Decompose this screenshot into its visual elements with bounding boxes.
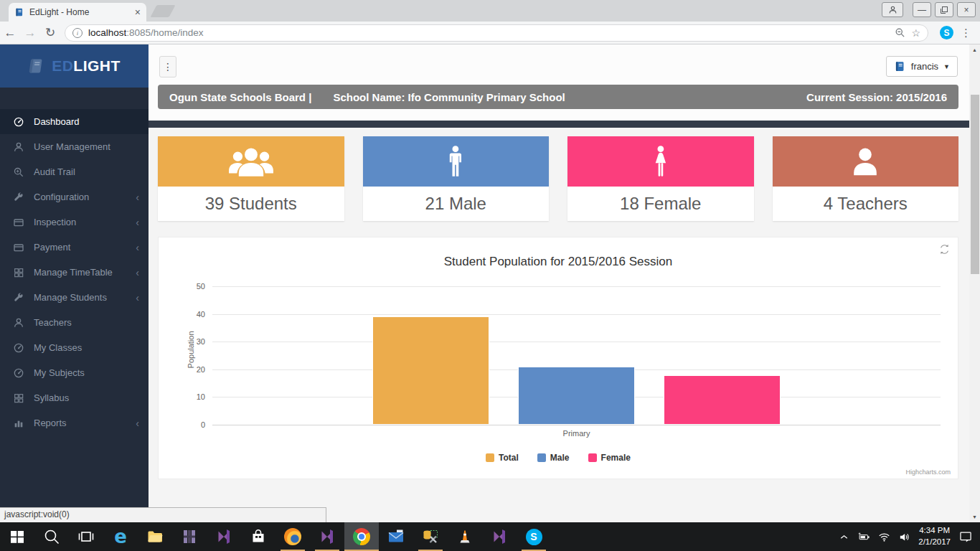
profile-icon[interactable] (882, 2, 903, 17)
male-card[interactable]: 21 Male (363, 136, 550, 221)
clock-time: 4:34 PM (918, 525, 951, 537)
taskbar-vlc-button[interactable] (448, 522, 482, 551)
taskbar-firefox-button[interactable] (275, 522, 310, 551)
address-bar[interactable]: i localhost:8085/home/index ☆ (65, 24, 928, 42)
tab-close-icon[interactable]: × (135, 7, 141, 17)
sidebar-item-dashboard[interactable]: Dashboard (0, 109, 149, 134)
taskbar-search-button[interactable] (34, 522, 69, 551)
taskbar-mail-button[interactable] (379, 522, 413, 551)
bar-male[interactable] (518, 367, 634, 425)
tray-volume-icon[interactable] (898, 531, 910, 543)
clock-date: 2/1/2017 (918, 537, 951, 548)
scrollbar-thumb[interactable] (971, 95, 979, 274)
page-info-icon[interactable]: i (72, 28, 83, 38)
sidebar-item-user-management[interactable]: User Management (0, 134, 149, 159)
tray-battery-icon[interactable] (858, 531, 870, 543)
bar-female[interactable] (664, 375, 780, 425)
tray-wifi-icon[interactable] (878, 531, 890, 543)
skype-extension-icon[interactable]: S (940, 26, 953, 39)
legend-item-male[interactable]: Male (537, 453, 570, 463)
sidebar-item-manage-timetable[interactable]: Manage TimeTable ‹ (0, 260, 149, 285)
reload-button[interactable]: ↻ (40, 25, 60, 40)
sidebar-toggle-button[interactable]: ⋮ (159, 56, 176, 77)
teachers-card[interactable]: 4 Teachers (773, 136, 959, 221)
sidebar-item-audit-trail[interactable]: Audit Trail (0, 159, 149, 184)
bookmark-star-icon[interactable]: ☆ (911, 27, 920, 39)
taskbar-chrome-button[interactable] (344, 522, 379, 551)
scroll-down-icon[interactable]: ▼ (969, 512, 980, 522)
maximize-button[interactable] (935, 2, 953, 17)
female-card[interactable]: 18 Female (567, 136, 754, 221)
gridline (212, 425, 941, 425)
chart-title: Student Population for 2015/2016 Session (159, 255, 958, 269)
taskbar-visual-studio-button[interactable] (482, 522, 517, 551)
taskbar-edge-button[interactable]: e (103, 522, 138, 551)
user-menu[interactable]: francis ▼ (886, 56, 958, 77)
chevron-left-icon: ‹ (136, 242, 139, 253)
taskbar-sql-tools-button[interactable] (413, 522, 448, 551)
bar-total[interactable] (372, 316, 489, 425)
user-icon (13, 317, 24, 329)
sidebar-item-label: Manage TimeTable (34, 267, 113, 278)
minimize-button[interactable]: — (913, 2, 931, 17)
logo-text: EDLIGHT (52, 57, 121, 75)
legend-item-female[interactable]: Female (588, 453, 631, 463)
browser-tab[interactable]: EdLight - Home × (9, 3, 146, 22)
sidebar-item-reports[interactable]: Reports ‹ (0, 410, 149, 435)
taskbar-visual-studio-button[interactable] (310, 522, 344, 551)
taskbar-task-view-button[interactable] (69, 522, 103, 551)
task-view-icon (77, 528, 95, 545)
sidebar-item-syllabus[interactable]: Syllabus (0, 385, 149, 410)
browser-menu-icon[interactable]: ⋮ (961, 27, 971, 39)
gauge-icon (13, 342, 24, 354)
female-card-top (567, 136, 754, 187)
favicon-book-icon (14, 7, 24, 17)
back-button[interactable]: ← (0, 26, 20, 40)
taskbar-file-explorer-button[interactable] (138, 522, 172, 551)
wrench-icon (13, 292, 24, 303)
sidebar-item-manage-students[interactable]: Manage Students ‹ (0, 285, 149, 310)
taskbar-clock[interactable]: 4:34 PM 2/1/2017 (918, 525, 951, 547)
sidebar-item-my-subjects[interactable]: My Subjects (0, 360, 149, 385)
legend-item-total[interactable]: Total (486, 453, 519, 463)
action-center-icon[interactable] (958, 529, 973, 544)
new-tab-button[interactable] (150, 5, 175, 17)
vlc-icon (456, 528, 473, 545)
sidebar-item-teachers[interactable]: Teachers (0, 310, 149, 335)
sidebar-item-payment[interactable]: Payment ‹ (0, 235, 149, 260)
school-banner: Ogun State Schools Board | School Name: … (158, 85, 958, 109)
taskbar-media-app-button[interactable] (172, 522, 207, 551)
highcharts-credit[interactable]: Highcharts.com (905, 468, 951, 476)
y-axis-tick: 30 (197, 337, 205, 346)
students-card[interactable]: 39 Students (158, 136, 344, 221)
legend-label: Total (499, 453, 519, 463)
edlight-logo[interactable]: EDLIGHT (0, 44, 149, 88)
sidebar-item-inspection[interactable]: Inspection ‹ (0, 209, 149, 235)
students-card-label: 39 Students (158, 187, 344, 221)
scroll-up-icon[interactable]: ▲ (969, 44, 980, 55)
sidebar-item-label: Audit Trail (34, 166, 75, 177)
sidebar-item-label: User Management (34, 141, 110, 152)
female-icon (651, 146, 671, 177)
refresh-icon[interactable] (938, 243, 951, 255)
female-card-label: 18 Female (567, 187, 754, 221)
page-scrollbar[interactable]: ▲ ▼ (969, 44, 980, 522)
tray-chevron-up-icon[interactable] (838, 531, 850, 543)
sidebar-item-label: Inspection (34, 217, 76, 227)
sidebar-item-configuration[interactable]: Configuration ‹ (0, 184, 149, 209)
chevron-left-icon: ‹ (136, 418, 139, 429)
search-icon (43, 528, 60, 545)
chart-plot: Population Primary 01020304050 (212, 286, 941, 425)
sql-tools-icon (422, 528, 439, 545)
sidebar-item-my-classes[interactable]: My Classes (0, 335, 149, 360)
taskbar-skype-button[interactable]: S (517, 522, 551, 551)
sidebar-item-label: My Classes (34, 342, 82, 353)
taskbar-visual-studio-button[interactable] (207, 522, 241, 551)
male-icon (446, 146, 466, 177)
close-button[interactable]: × (957, 2, 976, 17)
taskbar-start-button[interactable] (0, 522, 34, 551)
url-text[interactable]: localhost:8085/home/index (88, 27, 889, 38)
zoom-indicator-icon[interactable] (895, 27, 905, 38)
forward-button[interactable]: → (20, 26, 40, 40)
taskbar-store-button[interactable] (241, 522, 275, 551)
